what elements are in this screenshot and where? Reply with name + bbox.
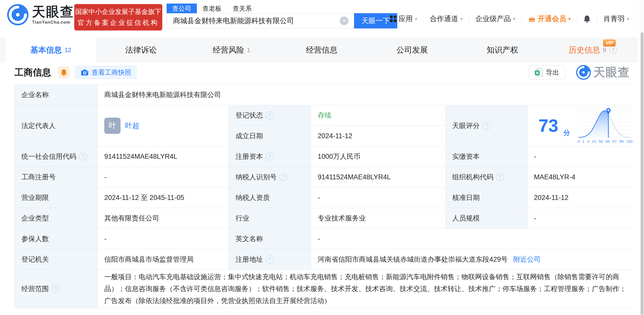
- nav-enterprise[interactable]: 企业级产品 ▾: [475, 14, 516, 24]
- help-icon[interactable]: ?: [266, 152, 274, 161]
- chart-tick: 0: [578, 139, 580, 144]
- chevron-down-icon: ▾: [415, 16, 417, 22]
- org-code-value: MAE48LYR-4: [527, 167, 634, 187]
- field-label: 英文名称: [229, 229, 311, 249]
- header-nav: 应用 ▾ 合作通道 ▾ 企业级产品 ▾ 开通会员 ▾: [390, 0, 629, 37]
- search-bar: ✕ 天眼一下: [167, 13, 397, 28]
- field-label: 组织机构代码 ?: [446, 167, 527, 187]
- company-type-value: 其他有限责任公司: [98, 208, 229, 228]
- chart-tick: 50: [599, 139, 603, 144]
- field-label: 核准日期: [446, 187, 527, 208]
- reg-status-value: 存续: [311, 105, 445, 125]
- page-tab-bar: 基本信息 12 法律诉讼 经营风险 1 经营信息 公司发展 知识产权 历史信息 …: [0, 37, 638, 63]
- brand-name: 天眼查: [32, 4, 74, 19]
- field-label: 统一社会信用代码 ?: [15, 146, 97, 167]
- help-icon[interactable]: ?: [266, 111, 274, 119]
- search-tab-boss[interactable]: 查老板: [197, 4, 227, 13]
- crown-icon: [528, 15, 536, 22]
- field-label: 天眼评分 ?: [446, 105, 527, 146]
- export-button[interactable]: 导出: [529, 65, 565, 80]
- search-tab-relation[interactable]: 查关系: [227, 4, 257, 13]
- reg-number-value: -: [98, 167, 229, 187]
- tab-company-development[interactable]: 公司发展: [367, 37, 457, 63]
- chart-tick: 1: [582, 139, 584, 144]
- nav-apps[interactable]: 应用 ▾: [390, 14, 417, 24]
- taxpayer-quality-value: -: [311, 187, 445, 208]
- search-type-tabs: 查公司 查老板 查关系: [167, 4, 257, 13]
- chevron-down-icon: ▾: [568, 16, 571, 22]
- tab-operation-risk[interactable]: 经营风险 1: [186, 37, 276, 63]
- tab-basic-info[interactable]: 基本信息 12: [6, 37, 96, 63]
- avatar[interactable]: 叶: [104, 118, 121, 134]
- field-label: 经营范围 ?: [15, 270, 97, 308]
- nav-user[interactable]: 肖青羽 ▾: [603, 14, 629, 24]
- vip-badge: VIP: [603, 39, 616, 46]
- approval-date-value: 2024-11-12: [527, 187, 634, 208]
- tianyan-score: 73 分 0 1 3 15: [527, 105, 634, 146]
- chart-tick: 15: [592, 139, 596, 144]
- business-scope-value: 一般项目：电动汽车充电基础设施运营；集中式快速充电站；机动车充电销售；充电桩销售…: [98, 270, 634, 308]
- help-icon[interactable]: ?: [482, 122, 490, 130]
- help-icon[interactable]: ?: [266, 255, 274, 263]
- legal-rep-link[interactable]: 叶超: [125, 121, 139, 131]
- score-distribution-chart: 0 1 3 15 50 85 97 99 100: [578, 107, 633, 145]
- top-header: 天眼查 TianYanCha.com 国家中小企业发展子基金旗下 官方备案企业征…: [0, 0, 640, 37]
- field-label: 登记状态 ?: [229, 105, 311, 125]
- search-input[interactable]: [167, 13, 354, 28]
- chevron-down-icon: ▾: [460, 16, 463, 22]
- field-label: 参保人数: [15, 229, 97, 249]
- bell-icon: [583, 15, 591, 23]
- field-label: 人员规模: [446, 208, 527, 228]
- field-label: 注册资本 ?: [229, 146, 311, 167]
- field-label: 注册地址 ?: [229, 249, 311, 270]
- field-label: 纳税人识别号 ?: [229, 167, 311, 187]
- tab-history-info[interactable]: 历史信息 9 ? VIP: [548, 37, 638, 63]
- search-clear-icon[interactable]: ✕: [340, 17, 348, 25]
- nav-partner[interactable]: 合作通道 ▾: [430, 14, 463, 24]
- brand-domain: TianYanCha.com: [32, 20, 74, 25]
- field-label: 营业期限: [15, 187, 97, 208]
- nearby-companies-link[interactable]: 附近公司: [513, 255, 541, 264]
- search-tab-company[interactable]: 查公司: [167, 4, 197, 13]
- tianyancha-logo[interactable]: 天眼查 TianYanCha.com: [7, 4, 74, 25]
- score-unit: 分: [563, 129, 570, 137]
- nav-divider: [469, 15, 469, 23]
- help-icon[interactable]: ?: [279, 173, 287, 181]
- help-icon[interactable]: ?: [609, 46, 617, 54]
- monitor-bell-button[interactable]: [58, 66, 70, 78]
- help-icon[interactable]: ?: [51, 285, 60, 293]
- nav-divider: [577, 15, 577, 23]
- tianyancha-swirl-icon: [7, 4, 28, 25]
- tab-legal-litigation[interactable]: 法律诉讼: [96, 37, 186, 63]
- field-label: 纳税人资质: [229, 187, 311, 208]
- nav-divider: [597, 15, 597, 23]
- help-icon[interactable]: ?: [79, 152, 87, 161]
- field-label: 企业名称: [15, 85, 97, 105]
- tab-intellectual-property[interactable]: 知识产权: [457, 37, 548, 63]
- tianyancha-swirl-icon: [576, 65, 591, 80]
- help-icon[interactable]: ?: [496, 173, 504, 181]
- scrollbar-thumb[interactable]: [641, 32, 643, 315]
- excel-icon: [535, 68, 543, 77]
- establish-date-value: 2024-11-12: [311, 126, 445, 146]
- field-label: 行业: [229, 208, 311, 228]
- field-label: 实缴资本: [446, 146, 527, 167]
- reg-capital-value: 1000万人民币: [311, 146, 445, 167]
- chart-tick: 100: [626, 139, 633, 144]
- status-badge: 存续: [318, 111, 331, 120]
- tab-operation-info[interactable]: 经营信息: [276, 37, 367, 63]
- score-axis-ticks: 0 1 3 15 50 85 97 99 100: [578, 139, 633, 144]
- scrollbar-track: [640, 0, 644, 315]
- reg-address-value: 河南省信阳市商城县城关镇赤城街道办事处崇福大道东段429号 附近公司: [311, 249, 634, 270]
- legal-rep-value: 叶 叶超: [98, 105, 229, 146]
- company-name-value: 商城县金财特来电新能源科技有限公司: [98, 85, 634, 105]
- certification-badge: 国家中小企业发展子基金旗下 官方备案企业征信机构: [74, 4, 162, 30]
- view-snapshot-button[interactable]: 查看工商快照: [76, 66, 137, 79]
- industry-value: 专业技术服务业: [311, 208, 445, 228]
- nav-divider: [522, 15, 522, 23]
- nav-notifications[interactable]: [583, 15, 591, 23]
- field-label: 企业类型: [15, 208, 97, 228]
- chart-tick: 99: [619, 139, 624, 144]
- nav-open-vip[interactable]: 开通会员 ▾: [528, 14, 571, 24]
- score-value: 73: [538, 117, 558, 135]
